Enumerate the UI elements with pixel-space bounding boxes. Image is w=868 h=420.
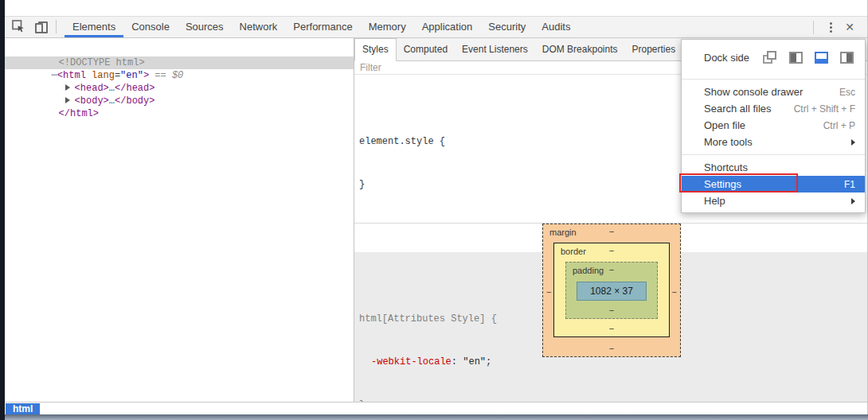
tab-application[interactable]: Application — [414, 17, 481, 37]
dock-right-icon[interactable] — [840, 52, 854, 64]
submenu-arrow-icon — [851, 139, 855, 146]
devtools-toolbar: Elements Console Sources Network Perform… — [5, 16, 867, 38]
inspect-element-icon[interactable] — [11, 19, 25, 36]
tab-styles[interactable]: Styles — [354, 38, 397, 61]
menu-item-label: Help — [704, 195, 725, 207]
equals-hint: == — [149, 70, 172, 81]
menu-item-help[interactable]: Help — [682, 192, 865, 209]
menu-item-shortcut: Ctrl + Shift + F — [794, 103, 855, 115]
kebab-menu-icon[interactable] — [822, 22, 840, 33]
window-left-edge — [0, 0, 5, 420]
dollar-zero-hint: $0 — [172, 70, 183, 81]
box-model-margin[interactable]: margin − − − − − − − − border − − paddin… — [542, 224, 681, 357]
dock-side-label: Dock side — [704, 52, 749, 64]
menu-item-label: Settings — [704, 178, 741, 190]
dock-bottom-icon-selected[interactable] — [815, 52, 828, 64]
tab-security[interactable]: Security — [480, 17, 534, 37]
body-open-tag: <body> — [75, 95, 109, 107]
menu-item-label: Shortcuts — [704, 161, 748, 173]
tab-dom-breakpoints[interactable]: DOM Breakpoints — [535, 38, 625, 60]
tab-performance[interactable]: Performance — [285, 17, 360, 37]
breadcrumb-bar: html — [5, 402, 867, 415]
tag-close-bracket: > — [143, 70, 149, 81]
property-name: -webkit-locale — [371, 356, 452, 368]
submenu-arrow-icon — [851, 198, 855, 204]
border-top-value[interactable]: − — [554, 246, 669, 255]
menu-item-shortcut: Esc — [839, 87, 855, 98]
menu-item-show-console-drawer[interactable]: Show console drawer Esc — [682, 84, 865, 100]
box-model-padding[interactable]: padding − − 1082 × 37 — [565, 262, 658, 319]
margin-right-value[interactable]: − — [672, 287, 677, 297]
dock-side-options — [763, 51, 854, 64]
brace-close: } — [359, 179, 365, 190]
box-model-border[interactable]: border − − padding − − 1082 × 37 — [553, 243, 670, 337]
menu-item-settings-selected[interactable]: Settings F1 — [682, 176, 865, 192]
collapsed-ellipsis: … — [109, 83, 115, 94]
dom-tree-panel: <!DOCTYPE html> ⋯<html lang="en"> == $0 … — [5, 38, 354, 402]
menu-item-label: Open file — [704, 119, 745, 131]
tab-elements[interactable]: Elements — [65, 17, 123, 37]
expand-arrow-icon[interactable] — [65, 84, 70, 91]
phone-shape — [35, 23, 43, 33]
toolbar-icons — [5, 17, 48, 37]
html-tag: <html — [57, 70, 86, 81]
brace-open: { — [485, 313, 496, 325]
margin-left-value[interactable]: − — [546, 287, 551, 297]
rule-selector: html[Attributes Style] — [359, 313, 485, 325]
margin-bottom-value[interactable]: − — [543, 344, 680, 353]
expand-arrow-icon[interactable] — [65, 97, 70, 103]
rule-selector: element.style — [359, 136, 434, 147]
ellipsis-marker: ⋯ — [52, 70, 57, 81]
menu-item-more-tools[interactable]: More tools — [682, 134, 865, 150]
devtools-main-menu: Dock side Show console drawer Esc Search… — [681, 39, 866, 213]
brace-open: { — [434, 136, 445, 147]
toolbar-right-controls: ✕ — [805, 17, 867, 37]
menu-item-label: Search all files — [704, 103, 772, 115]
devtools-window: Elements Console Sources Network Perform… — [0, 0, 868, 420]
border-bottom-value[interactable]: − — [554, 324, 669, 333]
styles-filter-input[interactable] — [354, 61, 537, 74]
head-close-tag: </head> — [115, 83, 154, 94]
menu-item-open-file[interactable]: Open file Ctrl + P — [682, 117, 865, 134]
html-close-tag: </html> — [59, 108, 99, 119]
tab-network[interactable]: Network — [232, 17, 286, 37]
tab-computed[interactable]: Computed — [397, 38, 455, 60]
tab-properties[interactable]: Properties — [624, 38, 682, 60]
content-size-value: 1082 × 37 — [590, 286, 633, 297]
tab-sources[interactable]: Sources — [178, 17, 232, 37]
box-model-content[interactable]: 1082 × 37 — [577, 282, 647, 301]
menu-item-shortcut: Ctrl + P — [823, 120, 855, 131]
property-colon: : — [452, 356, 463, 368]
padding-bottom-value[interactable]: − — [566, 305, 657, 315]
tab-memory[interactable]: Memory — [361, 17, 414, 37]
tab-console[interactable]: Console — [123, 17, 178, 37]
menu-item-shortcut: F1 — [844, 179, 855, 190]
attr-name: lang — [86, 70, 115, 81]
collapsed-ellipsis: … — [109, 95, 115, 107]
toolbar-divider — [813, 21, 814, 34]
head-open-tag: <head> — [75, 83, 109, 94]
menu-item-search-all-files[interactable]: Search all files Ctrl + Shift + F — [682, 100, 865, 117]
menu-separator — [682, 154, 865, 155]
menu-item-label: Show console drawer — [704, 86, 803, 98]
attr-value: "en" — [120, 70, 143, 81]
dom-node-doctype[interactable]: <!DOCTYPE html> — [5, 44, 354, 56]
tab-audits[interactable]: Audits — [534, 17, 578, 37]
box-model-diagram: margin − − − − − − − − border − − paddin… — [542, 224, 681, 357]
menu-dock-side-row: Dock side — [682, 40, 865, 75]
menu-item-shortcuts[interactable]: Shortcuts — [682, 159, 865, 176]
tab-event-listeners[interactable]: Event Listeners — [455, 38, 535, 60]
close-icon[interactable]: ✕ — [840, 17, 859, 37]
device-toolbar-icon[interactable] — [34, 21, 48, 33]
margin-top-value[interactable]: − — [543, 227, 680, 236]
doctype-text: <!DOCTYPE html> — [59, 57, 145, 68]
attr-equals: = — [115, 70, 120, 81]
breadcrumb-html[interactable]: html — [6, 403, 40, 415]
dock-left-icon[interactable] — [789, 52, 803, 64]
undock-icon[interactable] — [763, 51, 777, 64]
panel-tabs: Elements Console Sources Network Perform… — [65, 17, 578, 37]
property-semicolon: ; — [486, 356, 491, 368]
property-value: "en" — [463, 356, 486, 368]
toolbar-divider — [56, 20, 57, 33]
padding-top-value[interactable]: − — [566, 265, 657, 274]
